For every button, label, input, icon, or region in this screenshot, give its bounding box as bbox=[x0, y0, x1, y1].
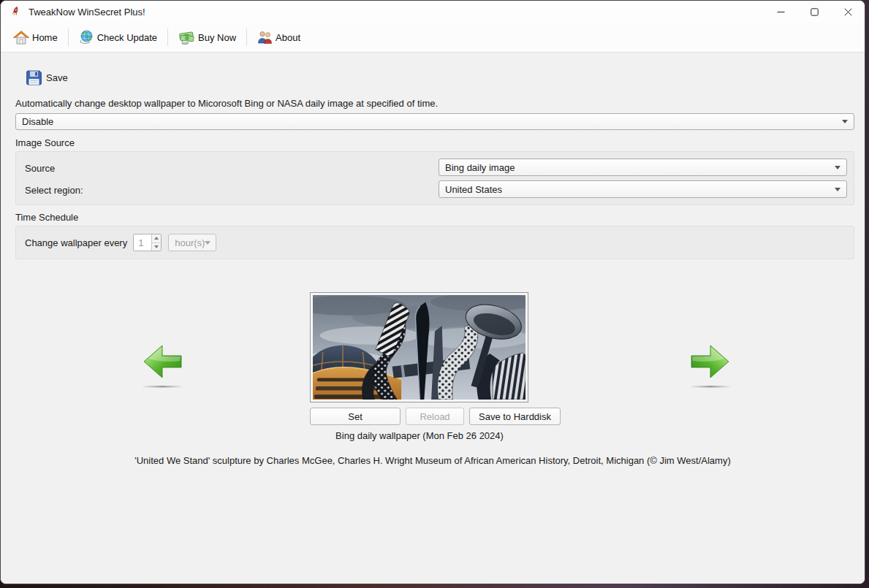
triangle-down-icon bbox=[154, 245, 159, 248]
app-window: TweakNow WinSecret Plus! Home bbox=[0, 0, 865, 584]
wallpaper-mode-dropdown[interactable]: Disable bbox=[15, 113, 854, 130]
globe-update-icon bbox=[79, 30, 94, 45]
region-value: United States bbox=[445, 184, 502, 195]
maximize-button[interactable] bbox=[797, 1, 831, 23]
minimize-icon bbox=[777, 8, 785, 16]
maximize-icon bbox=[811, 8, 819, 16]
time-schedule-section-label: Time Schedule bbox=[15, 212, 78, 223]
toolbar-separator bbox=[246, 28, 247, 46]
interval-stepper[interactable]: 1 bbox=[133, 234, 162, 251]
window-controls bbox=[764, 1, 865, 23]
window-title: TweakNow WinSecret Plus! bbox=[29, 7, 145, 18]
interval-value: 1 bbox=[134, 234, 151, 251]
region-label: Select region: bbox=[25, 185, 83, 196]
image-source-panel: Source Bing daily image Select region: U… bbox=[15, 151, 854, 205]
preview-button-row: Set Reload Save to Harddisk bbox=[310, 408, 561, 425]
close-icon bbox=[844, 8, 852, 16]
stepper-up-button[interactable] bbox=[152, 234, 161, 243]
close-button[interactable] bbox=[831, 1, 865, 23]
previous-wallpaper-button[interactable] bbox=[140, 339, 185, 393]
wallpaper-preview bbox=[310, 292, 528, 402]
toolbar-about-label: About bbox=[276, 32, 300, 43]
wallpaper-mode-value: Disable bbox=[22, 116, 53, 127]
money-icon bbox=[178, 31, 195, 45]
toolbar-check-update-button[interactable]: Check Update bbox=[74, 27, 162, 47]
stepper-buttons bbox=[151, 234, 161, 251]
save-button-label: Save bbox=[46, 72, 68, 83]
interval-unit-dropdown[interactable]: hour(s) bbox=[168, 234, 216, 251]
chevron-down-icon bbox=[842, 120, 848, 123]
toolbar-about-button[interactable]: About bbox=[252, 28, 306, 47]
source-label: Source bbox=[25, 163, 55, 174]
people-icon bbox=[257, 31, 273, 44]
toolbar-buy-now-button[interactable]: Buy Now bbox=[173, 28, 241, 47]
chevron-down-icon bbox=[835, 188, 840, 191]
source-dropdown[interactable]: Bing daily image bbox=[439, 159, 847, 176]
save-floppy-icon bbox=[26, 70, 42, 85]
toolbar-check-update-label: Check Update bbox=[97, 32, 157, 43]
change-wallpaper-every-label: Change wallpaper every bbox=[25, 237, 127, 248]
wallpaper-caption: Bing daily wallpaper (Mon Feb 26 2024) bbox=[266, 430, 573, 441]
next-wallpaper-button[interactable] bbox=[688, 339, 733, 393]
minimize-button[interactable] bbox=[764, 1, 797, 23]
reload-button[interactable]: Reload bbox=[406, 408, 464, 425]
app-rocket-icon bbox=[10, 6, 21, 18]
set-wallpaper-button[interactable]: Set bbox=[310, 408, 401, 425]
home-icon bbox=[13, 31, 29, 45]
chevron-down-icon bbox=[205, 241, 210, 245]
triangle-up-icon bbox=[154, 237, 159, 240]
toolbar-home-button[interactable]: Home bbox=[8, 28, 63, 47]
time-schedule-panel: Change wallpaper every 1 hour(s) bbox=[15, 226, 854, 259]
title-bar: TweakNow WinSecret Plus! bbox=[1, 1, 865, 23]
source-value: Bing daily image bbox=[445, 162, 515, 173]
image-source-section-label: Image Source bbox=[15, 137, 75, 148]
wallpaper-preview-image bbox=[313, 295, 525, 400]
main-content: Save Automatically change desktop wallpa… bbox=[1, 53, 865, 584]
toolbar-separator bbox=[167, 28, 168, 46]
intro-text: Automatically change desktop wallpaper t… bbox=[15, 98, 438, 109]
save-to-harddisk-button[interactable]: Save to Harddisk bbox=[469, 408, 561, 425]
stepper-down-button[interactable] bbox=[152, 243, 161, 251]
save-button[interactable]: Save bbox=[21, 68, 72, 88]
toolbar-buy-now-label: Buy Now bbox=[198, 32, 236, 43]
region-dropdown[interactable]: United States bbox=[439, 180, 847, 198]
interval-unit-value: hour(s) bbox=[175, 237, 205, 248]
main-toolbar: Home Check Update bbox=[1, 23, 865, 53]
toolbar-separator bbox=[68, 28, 69, 46]
wallpaper-credit: 'United We Stand' sculpture by Charles M… bbox=[1, 455, 865, 466]
toolbar-home-label: Home bbox=[32, 32, 58, 43]
chevron-down-icon bbox=[835, 166, 840, 169]
